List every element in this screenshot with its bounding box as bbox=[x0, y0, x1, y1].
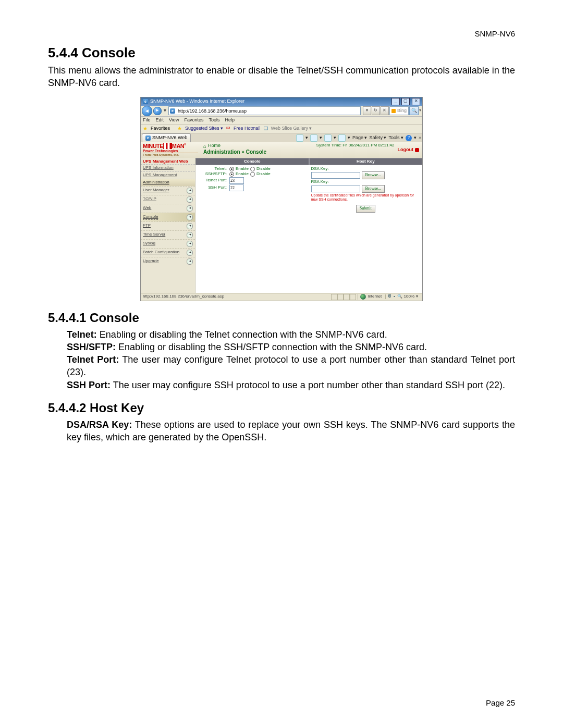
menu-favorites[interactable]: Favorites bbox=[184, 118, 203, 123]
menu-tools[interactable]: Tools bbox=[209, 118, 219, 123]
breadcrumb-path: Administration » Console bbox=[203, 149, 313, 155]
forward-button[interactable]: ► bbox=[153, 107, 162, 115]
chevron-icon: ➜ bbox=[187, 258, 193, 265]
embedded-screenshot-browser-window: e SNMP-NV6 Web - Windows Internet Explor… bbox=[140, 97, 423, 301]
disable-label: Disable bbox=[256, 167, 271, 171]
fav-link-web-slice[interactable]: Web Slice Gallery ▾ bbox=[271, 126, 312, 131]
command-bar: ▾ ▾ ▾ ▾ Page ▾ Safety ▾ Tools ▾ ?▾ » bbox=[296, 134, 421, 142]
favorites-star-icon[interactable]: ★ bbox=[143, 126, 148, 131]
fav-link-suggested-sites[interactable]: Suggested Sites ▾ bbox=[185, 126, 223, 131]
status-zoom: 100% bbox=[404, 294, 414, 299]
telnet-port-input[interactable] bbox=[229, 177, 244, 184]
sidebar-item-batch-config[interactable]: Batch Configuration➜ bbox=[141, 248, 195, 257]
rsa-browse-button[interactable]: Browse... bbox=[362, 185, 385, 193]
panel-hostkey-title: Host Key bbox=[309, 158, 423, 165]
window-close-icon[interactable]: ✕ bbox=[412, 98, 420, 105]
addr-dropdown-icon[interactable]: ▾ bbox=[363, 106, 371, 115]
telnet-disable-radio[interactable] bbox=[250, 167, 255, 171]
help-icon[interactable]: ? bbox=[406, 135, 412, 141]
sidebar-item-syslog[interactable]: Syslog➜ bbox=[141, 239, 195, 248]
sidebar-item-label: FTP bbox=[143, 224, 151, 228]
dsa-browse-button[interactable]: Browse... bbox=[362, 171, 385, 179]
menu-edit[interactable]: Edit bbox=[156, 118, 164, 123]
sidebar-item-console[interactable]: Console➜ bbox=[141, 213, 195, 221]
sidebar-item-label: Web bbox=[143, 206, 151, 211]
definitions-hostkey: DSA/RSA Key: These options are used to r… bbox=[67, 418, 515, 444]
protected-mode-icon[interactable]: ⛨ ▾ bbox=[388, 294, 395, 299]
logout-label: Logout bbox=[398, 147, 414, 153]
ssh-enable-radio[interactable] bbox=[229, 172, 234, 177]
tab-title: SNMP-NV6 Web bbox=[152, 135, 187, 141]
cmd-tools[interactable]: Tools ▾ bbox=[388, 135, 403, 141]
status-zone: Internet bbox=[368, 294, 382, 299]
dsa-key-input[interactable] bbox=[311, 172, 360, 179]
hostkey-note: Update the certificated files which are … bbox=[311, 193, 421, 201]
sidebar-item-web[interactable]: Web➜ bbox=[141, 204, 195, 213]
ssh-disable-radio[interactable] bbox=[250, 172, 255, 177]
zoom-icon[interactable]: 🔍 bbox=[397, 294, 402, 299]
ssh-sftp-label: SSH/SFTP: bbox=[198, 172, 228, 177]
fav-link-free-hotmail[interactable]: Free Hotmail bbox=[234, 126, 261, 131]
section-intro-text: This menu allows the administrator to en… bbox=[48, 64, 515, 90]
internet-zone-icon bbox=[360, 294, 366, 300]
chevron-icon: ➜ bbox=[187, 241, 193, 247]
telnet-port-label: Telnet Port: bbox=[198, 178, 228, 183]
cmd-safety[interactable]: Safety ▾ bbox=[369, 135, 386, 141]
menu-view[interactable]: View bbox=[169, 118, 179, 123]
favorites-bar: ★ Favorites ★ Suggested Sites ▾ ✉ Free H… bbox=[141, 125, 422, 133]
heading-5-4-4: 5.4.4 Console bbox=[48, 45, 515, 61]
breadcrumb-home[interactable]: ⌂Home bbox=[203, 143, 313, 149]
status-bar: http://192.168.168.236/en/adm_console.as… bbox=[141, 293, 422, 301]
feeds-icon[interactable] bbox=[310, 134, 317, 142]
url-input[interactable] bbox=[177, 108, 359, 114]
sidebar-group-info[interactable]: UPS Information bbox=[141, 164, 195, 171]
window-maximize-icon[interactable]: ▢ bbox=[401, 98, 410, 105]
submit-button[interactable]: Submit bbox=[356, 205, 375, 213]
chevron-icon: ➜ bbox=[187, 223, 193, 229]
heading-5-4-4-2: 5.4.4.2 Host Key bbox=[48, 401, 515, 415]
webapp-content: MINUTE▌▌MAN® Power Technologies From Par… bbox=[141, 142, 422, 293]
refresh-icon[interactable]: ↻ bbox=[372, 106, 380, 115]
back-button[interactable]: ◄ bbox=[142, 106, 152, 116]
window-minimize-icon[interactable]: _ bbox=[391, 98, 400, 105]
rsa-key-input[interactable] bbox=[311, 186, 360, 192]
menu-file[interactable]: File bbox=[143, 118, 151, 123]
chevron-icon: ➜ bbox=[187, 196, 193, 203]
ssh-port-label: SSH Port: bbox=[198, 186, 228, 190]
sidebar-item-label: User Manager bbox=[143, 188, 169, 193]
chevron-icon: ➜ bbox=[187, 250, 193, 256]
sidebar-item-user-manager[interactable]: User Manager➜ bbox=[141, 186, 195, 195]
enable-label: Enable bbox=[236, 167, 249, 171]
menu-help[interactable]: Help bbox=[225, 118, 235, 123]
main-pane: Console Telnet: Enable Disable bbox=[195, 158, 422, 293]
ssh-port-input[interactable] bbox=[229, 184, 244, 191]
search-go-icon[interactable]: 🔍 bbox=[409, 106, 419, 115]
favorites-label: Favorites bbox=[151, 126, 170, 131]
status-url: http://192.168.168.236/en/adm_console.as… bbox=[143, 294, 224, 299]
home-icon[interactable] bbox=[296, 134, 303, 142]
sidebar-item-time-server[interactable]: Time Server➜ bbox=[141, 230, 195, 239]
sidebar-group-mgmt[interactable]: UPS Management bbox=[141, 171, 195, 179]
app-header: MINUTE▌▌MAN® Power Technologies From Par… bbox=[141, 142, 422, 158]
browser-tab[interactable]: e SNMP-NV6 Web bbox=[142, 133, 191, 142]
brand-line3: From Para Systems, Inc. bbox=[143, 153, 198, 156]
sidebar-group-admin[interactable]: Administration bbox=[141, 179, 195, 186]
cmd-page[interactable]: Page ▾ bbox=[352, 135, 368, 141]
sidebar-item-tcpip[interactable]: TCP/IP➜ bbox=[141, 195, 195, 204]
sidebar-item-ftp[interactable]: FTP➜ bbox=[141, 221, 195, 230]
telnet-enable-radio[interactable] bbox=[229, 167, 234, 171]
mail-icon[interactable] bbox=[324, 134, 332, 142]
sidebar-item-label: Console bbox=[143, 215, 158, 220]
sidebar-item-upgrade[interactable]: Upgrade➜ bbox=[141, 257, 195, 266]
stop-icon[interactable]: ✕ bbox=[381, 106, 389, 115]
brand-logo: MINUTE▌▌MAN® Power Technologies From Par… bbox=[141, 142, 200, 158]
sidebar-item-label: Upgrade bbox=[143, 259, 159, 264]
menu-bar: File Edit View Favorites Tools Help bbox=[141, 117, 422, 125]
logout-link[interactable]: Logout bbox=[395, 142, 423, 158]
window-titlebar: e SNMP-NV6 Web - Windows Internet Explor… bbox=[141, 97, 422, 106]
address-bar[interactable]: e bbox=[168, 106, 361, 115]
brand-line1b: MAN bbox=[172, 143, 185, 149]
disable-label: Disable bbox=[256, 172, 271, 177]
search-box[interactable]: Bing bbox=[389, 106, 409, 115]
print-icon[interactable] bbox=[338, 134, 346, 142]
